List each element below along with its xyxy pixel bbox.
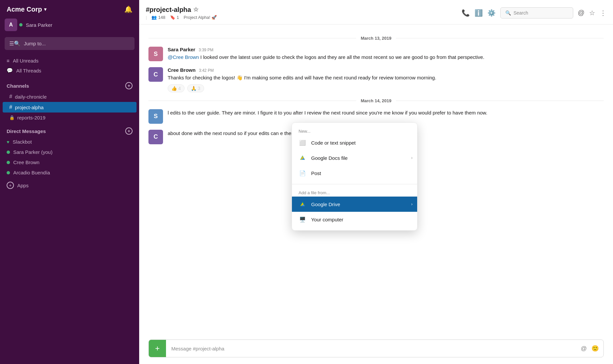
message-input-box: + Message #project-alpha @ 🙂 — [148, 340, 604, 357]
popup-item-your-computer[interactable]: 🖥️ Your computer — [292, 212, 417, 227]
bell-icon[interactable]: 🔔 — [124, 5, 133, 13]
message-author-sara: Sara Parker — [168, 47, 195, 52]
at-icon[interactable]: @ — [578, 9, 585, 17]
add-apps-icon: + — [7, 182, 14, 189]
popup-item-label-snippet: Code or text snippet — [311, 140, 356, 146]
drive-icon — [299, 154, 306, 162]
star-icon[interactable]: ☆ — [193, 6, 198, 13]
lock-icon: 🔒 — [9, 115, 15, 120]
message-plus-button[interactable]: + — [149, 340, 166, 357]
search-box[interactable]: 🔍 Search — [500, 7, 573, 19]
jump-to-button[interactable]: ☰🔍 Jump to... — [5, 37, 135, 50]
chevron-right-drive-icon: › — [411, 202, 413, 206]
mention-cree[interactable]: @Cree Brown — [168, 54, 199, 60]
dm-name: Arcadio Buendía — [13, 170, 50, 175]
date-label-1: March 13, 2019 — [361, 36, 392, 41]
reaction-pray[interactable]: 🙏 3 — [187, 84, 204, 92]
dm-name: Slackbot — [13, 139, 32, 145]
sidebar: Acme Corp ▾ 🔔 A Sara Parker ☰🔍 Jump to..… — [0, 0, 139, 364]
avatar-sara: S — [148, 47, 163, 61]
sidebar-user-name: Sara Parker — [26, 22, 52, 28]
avatar-3: S — [148, 109, 163, 124]
message-input-icons: @ 🙂 — [576, 345, 603, 352]
add-channel-button[interactable]: + — [125, 82, 133, 89]
date-divider-1: March 13, 2019 — [148, 36, 604, 41]
message-row-cree: C Cree Brown 3:42 PM Thanks for checking… — [148, 67, 604, 92]
message-text-3: l edits to the user guide. They are mino… — [168, 109, 604, 117]
unreads-icon: ≡ — [7, 58, 10, 64]
hash-icon: # — [9, 104, 12, 110]
online-dot — [7, 161, 10, 164]
settings-icon[interactable]: ⚙️ — [487, 9, 496, 17]
sidebar-item-all-threads[interactable]: 💬 All Threads — [0, 66, 139, 75]
sidebar-item-daily-chronicle[interactable]: # daily-chronicle — [3, 91, 137, 102]
avatar-cree: C — [148, 67, 163, 82]
message-header-cree: Cree Brown 3:42 PM — [168, 67, 604, 73]
dm-slackbot[interactable]: ♥ Slackbot — [0, 137, 139, 147]
message-body-sara: Sara Parker 3:39 PM @Cree Brown I looked… — [168, 47, 604, 61]
sidebar-item-apps[interactable]: + Apps — [0, 178, 139, 193]
message-text-cree: Thanks for checking the logos! 👋 I'm mak… — [168, 74, 604, 82]
message-text-sara: @Cree Brown I looked over the latest use… — [168, 54, 604, 61]
popup-item-label-computer: Your computer — [311, 217, 343, 222]
message-body-cree: Cree Brown 3:42 PM Thanks for checking t… — [168, 67, 604, 92]
dm-name: Sara Parker (you) — [13, 149, 52, 155]
popup-item-code-snippet[interactable]: ⬜ Code or text snippet — [292, 135, 417, 150]
workspace-name[interactable]: Acme Corp ▾ — [7, 6, 46, 13]
message-author-cree: Cree Brown — [168, 67, 195, 73]
popup-new-section: New... ⬜ Code or text snippet Google Doc… — [292, 123, 417, 184]
popup-item-label-post: Post — [311, 170, 321, 176]
at-message-icon[interactable]: @ — [581, 345, 587, 352]
search-icon: 🔍 — [505, 10, 511, 16]
popup-add-label: Add a file from... — [292, 188, 417, 197]
bookmark-nav-icon[interactable]: ☆ — [589, 9, 595, 17]
channel-name-label: reports-2019 — [17, 115, 45, 120]
online-dot — [7, 151, 10, 154]
nav-section: ≡ All Unreads 💬 All Threads — [0, 56, 139, 77]
online-status-dot — [19, 23, 23, 26]
message-input-area: + Message #project-alpha @ 🙂 — [139, 335, 613, 364]
dm-arcadio-buendia[interactable]: Arcadio Buendía — [0, 167, 139, 178]
reactions: 👍 4 🙏 3 — [168, 84, 604, 92]
dm-label: Direct Messages — [7, 128, 46, 134]
sidebar-item-all-unreads[interactable]: ≡ All Unreads — [0, 56, 139, 66]
dm-sara-parker[interactable]: Sara Parker (you) — [0, 147, 139, 157]
info-icon[interactable]: ℹ️ — [474, 9, 483, 17]
phone-icon[interactable]: 📞 — [462, 9, 470, 17]
jump-to-label: Jump to... — [24, 41, 46, 46]
emoji-icon[interactable]: 🙂 — [591, 345, 599, 352]
workspace-chevron-icon: ▾ — [44, 7, 46, 12]
message-time-sara: 3:39 PM — [198, 48, 213, 52]
message-body-3: l edits to the user guide. They are mino… — [168, 109, 604, 124]
popup-item-google-docs[interactable]: Google Docs file › — [292, 150, 417, 165]
message-input[interactable]: Message #project-alpha — [166, 341, 576, 356]
date-divider-2: March 14, 2019 — [148, 98, 604, 103]
more-icon[interactable]: ⋮ — [600, 9, 606, 17]
computer-icon: 🖥️ — [299, 215, 306, 223]
channel-title: #project-alpha ☆ — [146, 6, 217, 14]
channels-section-header: Channels + — [0, 77, 139, 91]
members-icon: 👥 — [151, 15, 157, 20]
reaction-thumbsup[interactable]: 👍 4 — [168, 84, 185, 92]
channel-name-title: #project-alpha — [146, 6, 191, 14]
sidebar-item-project-alpha[interactable]: # project-alpha — [3, 102, 137, 113]
bookmarks-count[interactable]: 🔖 1 — [170, 15, 179, 20]
google-drive-icon — [299, 200, 306, 208]
dm-cree-brown[interactable]: Cree Brown — [0, 157, 139, 167]
channel-header: #project-alpha ☆ | 👥 148 🔖 1 Project Alp… — [139, 0, 613, 24]
popup-item-post[interactable]: 📄 Post — [292, 165, 417, 181]
add-dm-button[interactable]: + — [125, 127, 133, 135]
all-unreads-label: All Unreads — [13, 58, 39, 64]
workspace-avatar[interactable]: A — [5, 19, 17, 31]
popup-item-google-drive[interactable]: Google Drive › — [292, 197, 417, 212]
search-placeholder: Search — [514, 10, 528, 16]
chevron-right-icon: › — [411, 156, 413, 160]
channel-header-right: 📞 ℹ️ ⚙️ 🔍 Search @ ☆ ⋮ — [462, 7, 606, 19]
members-count[interactable]: 👥 148 — [151, 15, 165, 20]
channels-label: Channels — [7, 83, 29, 89]
channel-meta: | 👥 148 🔖 1 Project Alpha! 🚀 — [146, 15, 217, 20]
snippet-icon: ⬜ — [299, 139, 306, 147]
threads-icon: 💬 — [7, 68, 13, 73]
message-row-sara: S Sara Parker 3:39 PM @Cree Brown I look… — [148, 47, 604, 61]
sidebar-item-reports-2019[interactable]: 🔒 reports-2019 — [3, 113, 137, 123]
